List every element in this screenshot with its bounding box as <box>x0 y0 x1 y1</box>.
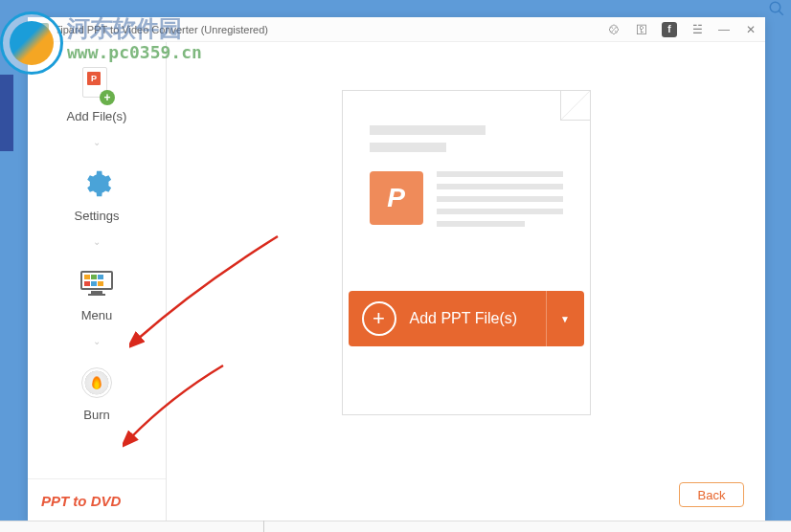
minimize-button[interactable]: — <box>717 23 731 36</box>
background-fragment <box>0 521 791 532</box>
sidebar-item-settings[interactable]: Settings <box>28 153 166 231</box>
browser-left-strip <box>0 75 13 151</box>
svg-point-0 <box>770 2 780 12</box>
app-window: Tipard PPT to Video Converter (Unregiste… <box>28 17 765 522</box>
powerpoint-p-icon: P <box>370 171 423 225</box>
main-area: P + Add PPT File(s) ▼ Back <box>167 42 765 522</box>
placeholder-lines <box>437 171 563 233</box>
add-ppt-label: Add PPT File(s) <box>410 310 546 327</box>
report-icon[interactable]: ☱ <box>690 23 704 36</box>
document-preview-placeholder: P <box>342 90 591 415</box>
placeholder-bar <box>370 143 447 152</box>
background-divider <box>263 521 264 532</box>
sidebar-label-add-files: Add File(s) <box>67 109 127 123</box>
add-ppt-dropdown-arrow[interactable]: ▼ <box>546 291 584 346</box>
close-button[interactable]: ✕ <box>744 23 757 36</box>
settings-gear-icon <box>81 165 112 203</box>
chevron-down-icon: ⌄ <box>28 330 166 352</box>
add-files-icon: + <box>82 65 111 103</box>
sidebar-item-menu[interactable]: Menu <box>28 253 166 330</box>
watermark-site-name: 河东软件园 <box>67 13 182 44</box>
sidebar: + Add File(s) ⌄ Settings ⌄ <box>28 42 167 522</box>
chevron-down-icon: ⌄ <box>28 231 166 253</box>
sidebar-label-burn: Burn <box>83 408 109 422</box>
cart-icon[interactable]: ⛒ <box>608 23 622 36</box>
dvd-menu-icon <box>80 264 113 302</box>
facebook-icon[interactable]: f <box>662 22 677 37</box>
chevron-down-icon: ⌄ <box>28 131 166 153</box>
watermark-site-url: www.pc0359.cn <box>67 42 202 62</box>
svg-line-1 <box>779 11 783 15</box>
titlebar-controls: ⛒ ⚿ f ☱ — ✕ <box>608 22 757 37</box>
sidebar-item-burn[interactable]: Burn <box>28 352 166 430</box>
sidebar-label-menu: Menu <box>81 308 113 322</box>
register-key-icon[interactable]: ⚿ <box>635 23 648 36</box>
sidebar-label-settings: Settings <box>75 209 120 223</box>
app-body: + Add File(s) ⌄ Settings ⌄ <box>28 42 765 522</box>
browser-search-icon[interactable] <box>768 0 785 17</box>
burn-disc-icon <box>81 364 112 402</box>
mode-label-ppt-to-dvd: PPT to DVD <box>41 493 152 509</box>
back-button[interactable]: Back <box>679 482 744 507</box>
add-ppt-files-button[interactable]: + Add PPT File(s) ▼ <box>349 291 584 346</box>
placeholder-bar <box>370 125 486 135</box>
watermark-logo <box>0 11 63 75</box>
sidebar-footer: PPT to DVD <box>28 478 166 522</box>
plus-circle-icon: + <box>362 301 396 336</box>
